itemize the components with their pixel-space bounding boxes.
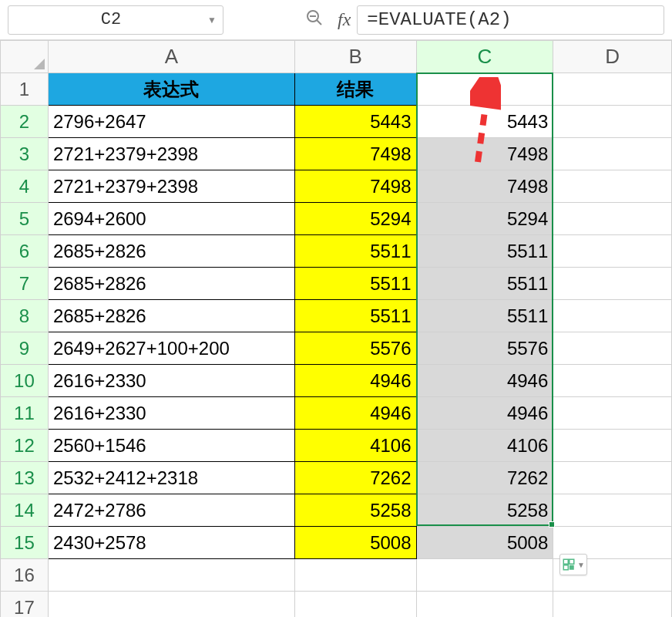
cell-evaluate[interactable]: 5008 [416,527,553,559]
row-header-1[interactable]: 1 [1,73,49,106]
cell-evaluate[interactable]: 7262 [416,462,553,494]
cell-result[interactable]: 5576 [294,332,416,365]
cell-evaluate[interactable]: 7498 [416,170,553,203]
fx-icon[interactable]: fx [338,9,351,30]
cell-expression[interactable]: 2472+2786 [48,494,294,527]
cell-evaluate[interactable]: 5511 [416,268,553,300]
cell-empty[interactable] [553,203,672,235]
cell-empty[interactable] [416,592,553,618]
row-header-5[interactable]: 5 [1,203,49,235]
cell-empty[interactable] [553,494,672,527]
chevron-down-icon[interactable]: ▼ [207,15,217,25]
cell-expression[interactable]: 2616+2330 [48,365,294,397]
cell-result[interactable]: 4106 [294,430,416,462]
cell-expression[interactable]: 2430+2578 [48,527,294,559]
cell-result[interactable]: 7262 [294,462,416,494]
cell-result[interactable]: 5008 [294,527,416,559]
cell-result[interactable]: 5294 [294,203,416,235]
cell-evaluate[interactable]: 7498 [416,138,553,170]
cell-expression[interactable]: 2796+2647 [48,106,294,138]
spreadsheet-grid[interactable]: A B C D 1 表达式 结果 22796+26475443544332721… [0,40,672,617]
cell-expression[interactable]: 2685+2826 [48,235,294,268]
cell-result[interactable]: 5443 [294,106,416,138]
cell-expression[interactable]: 2685+2826 [48,300,294,332]
cell-empty[interactable] [553,397,672,430]
row-header-2[interactable]: 2 [1,106,49,138]
cell-empty[interactable] [553,106,672,138]
row-header-16[interactable]: 16 [1,559,49,592]
cell-empty[interactable] [48,559,294,592]
name-box[interactable]: C2 ▼ [8,5,223,35]
cell-expression[interactable]: 2685+2826 [48,268,294,300]
cell-evaluate[interactable]: 5294 [416,203,553,235]
cell-D1[interactable] [553,73,672,106]
cell-expression[interactable]: 2649+2627+100+200 [48,332,294,365]
cell-empty[interactable] [553,268,672,300]
formula-input[interactable]: =EVALUATE(A2) [357,5,664,35]
row-header-14[interactable]: 14 [1,494,49,527]
cell-evaluate[interactable]: 5576 [416,332,553,365]
row-header-9[interactable]: 9 [1,332,49,365]
row-header-11[interactable]: 11 [1,397,49,430]
row-header-4[interactable]: 4 [1,170,49,203]
cell-evaluate[interactable]: 4946 [416,397,553,430]
row-header-8[interactable]: 8 [1,300,49,332]
header-result[interactable]: 结果 [294,73,416,106]
cell-empty[interactable] [294,559,416,592]
cell-result[interactable]: 5511 [294,300,416,332]
cell-expression[interactable]: 2721+2379+2398 [48,170,294,203]
cell-expression[interactable]: 2721+2379+2398 [48,138,294,170]
cell-empty[interactable] [553,592,672,618]
cell-result[interactable]: 4946 [294,365,416,397]
row-header-3[interactable]: 3 [1,138,49,170]
formula-bar: C2 ▼ fx =EVALUATE(A2) [0,0,672,40]
cell-empty[interactable] [294,592,416,618]
cell-result[interactable]: 7498 [294,170,416,203]
cell-empty[interactable] [553,138,672,170]
cell-empty[interactable] [553,365,672,397]
header-expression[interactable]: 表达式 [48,73,294,106]
column-header-C[interactable]: C [416,41,553,73]
cell-expression[interactable]: 2532+2412+2318 [48,462,294,494]
column-header-D[interactable]: D [553,41,672,73]
svg-rect-6 [563,565,568,570]
row-header-6[interactable]: 6 [1,235,49,268]
cell-empty[interactable] [553,235,672,268]
cell-evaluate[interactable]: 5511 [416,300,553,332]
cell-result[interactable]: 5511 [294,268,416,300]
cell-result[interactable]: 5258 [294,494,416,527]
cell-result[interactable]: 7498 [294,138,416,170]
cell-empty[interactable] [48,592,294,618]
cell-empty[interactable] [416,559,553,592]
cell-evaluate[interactable]: 5511 [416,235,553,268]
cell-empty[interactable] [553,430,672,462]
cell-evaluate[interactable]: 5258 [416,494,553,527]
cell-evaluate[interactable]: 4106 [416,430,553,462]
select-all-corner[interactable] [1,41,49,73]
column-header-A[interactable]: A [48,41,294,73]
row-header-15[interactable]: 15 [1,527,49,559]
column-header-B[interactable]: B [294,41,416,73]
svg-rect-4 [563,559,568,564]
cell-expression[interactable]: 2616+2330 [48,397,294,430]
cell-result[interactable]: 5511 [294,235,416,268]
cell-evaluate[interactable]: 4946 [416,365,553,397]
svg-rect-7 [570,565,574,570]
row-header-13[interactable]: 13 [1,462,49,494]
cell-expression[interactable]: 2560+1546 [48,430,294,462]
cell-expression[interactable]: 2694+2600 [48,203,294,235]
zoom-out-icon[interactable] [305,8,324,32]
cell-empty[interactable] [553,170,672,203]
cell-C1[interactable] [416,73,553,106]
row-header-12[interactable]: 12 [1,430,49,462]
cell-empty[interactable] [553,300,672,332]
row-header-7[interactable]: 7 [1,268,49,300]
cell-empty[interactable] [553,462,672,494]
cell-evaluate[interactable]: 5443 [416,106,553,138]
row-header-10[interactable]: 10 [1,365,49,397]
paste-options-button[interactable]: ▼ [559,554,587,575]
cell-result[interactable]: 4946 [294,397,416,430]
cell-empty[interactable] [553,332,672,365]
row-header-17[interactable]: 17 [1,592,49,618]
chevron-down-icon: ▼ [577,561,585,569]
